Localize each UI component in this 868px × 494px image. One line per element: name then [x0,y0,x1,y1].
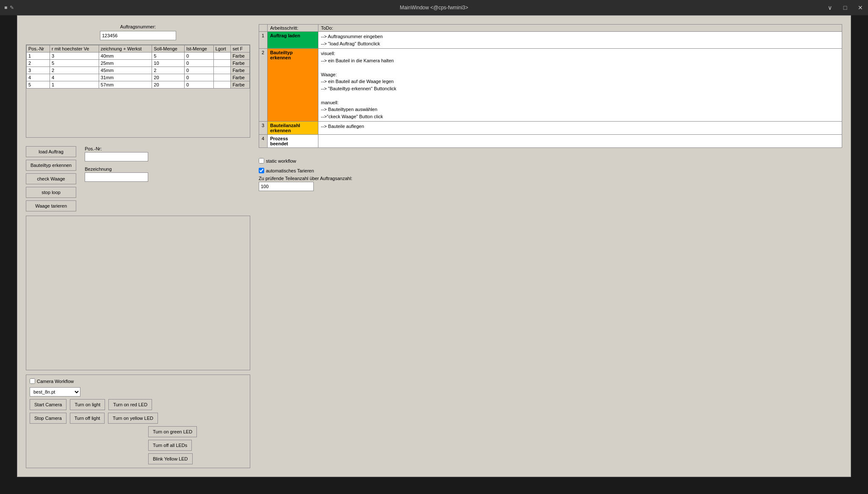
table-cell: Farbe [231,81,250,89]
order-input[interactable] [100,31,176,40]
title-bar: ■ ✎ MainWindow <@cps-fwmini3> ∨ □ ✕ [0,0,868,15]
turn-on-yellow-led-button[interactable]: Turn on yellow LED [108,413,158,424]
table-cell: 2 [50,67,99,74]
app-icon2: ✎ [10,5,14,11]
auto-tarieren-row: automatisches Tarieren [259,168,842,173]
table-cell: 0 [184,53,213,60]
turn-off-light-button[interactable]: Turn off light [70,413,105,424]
table-cell: 1 [50,81,99,89]
camera-workflow-checkbox[interactable] [30,378,35,384]
table-row: 3245mm20Farbe [27,67,250,74]
turn-off-all-leds-button[interactable]: Turn off all LEDs [148,440,192,451]
camera-header: Camera Workflow [30,378,246,384]
left-panel: Auftragsnummer: Pos.-Nr r mit hoechster … [26,24,250,468]
step-num-1: 1 [259,32,268,49]
model-dropdown[interactable]: best_8n.pt best_16n.pt best_32n.pt [30,387,80,397]
auto-tarieren-checkbox[interactable] [259,168,264,173]
parts-count-input[interactable] [259,182,314,191]
camera-controls: best_8n.pt best_16n.pt best_32n.pt Start… [30,387,246,464]
step-num-3: 3 [259,122,268,135]
step-label-3: Bauteilanzahlerkennen [268,122,318,135]
col-pos-nr: Pos.-Nr [27,45,50,53]
step-num-4: 4 [259,135,268,148]
bezeichnung-row: Bezeichnung [85,167,148,182]
step-todo-1: --> Auftragsnummer eingeben --> "load Au… [318,32,842,49]
content-area: Auftragsnummer: Pos.-Nr r mit hoechster … [26,24,842,468]
step-label-2: Bauteiltyperkennen [268,49,318,122]
start-camera-button[interactable]: Start Camera [30,399,66,410]
turn-on-green-led-button[interactable]: Turn on green LED [148,426,197,437]
stop-camera-button[interactable]: Stop Camera [30,413,66,424]
table-cell: 4 [27,74,50,81]
parts-count-section: Zu prüfende Teileanzahl über Auftragsanz… [259,176,842,191]
table-cell: Farbe [231,53,250,60]
title-bar-controls: ∨ □ ✕ [822,0,868,15]
table-cell: 2 [152,67,185,74]
parts-count-label: Zu prüfende Teileanzahl über Auftragsanz… [259,176,842,181]
bezeichnung-field[interactable] [85,172,148,182]
table-cell: Farbe [231,74,250,81]
table-row: 5157mm200Farbe [27,81,250,89]
wf-col-step [259,25,268,32]
wf-col-arbeitsschritt: Arbeitsschritt: [268,25,318,32]
workflow-table: Arbeitsschritt: ToDo: 1 Auftrag laden --… [259,24,842,148]
controls-section: static workflow automatisches Tarieren Z… [259,156,842,191]
check-waage-button[interactable]: check Waage [26,173,76,184]
col-soll: Soll-Menge [152,45,185,53]
action-buttons: load Auftrag Bauteiltyp erkennen check W… [26,142,76,211]
turn-on-red-led-button[interactable]: Turn on red LED [108,399,152,410]
order-label: Auftragsnummer: [120,24,156,29]
step-label-1: Auftrag laden [268,32,318,49]
restore-button[interactable]: □ [838,0,853,15]
window-title: MainWindow <@cps-fwmini3> [400,5,468,11]
table-cell [213,60,230,67]
stop-loop-button[interactable]: stop loop [26,187,76,198]
table-cell: 57mm [99,81,152,89]
mid-section: load Auftrag Bauteiltyp erkennen check W… [26,142,250,211]
table-cell: 3 [27,67,50,74]
image-preview [26,216,250,370]
load-auftrag-button[interactable]: load Auftrag [26,146,76,157]
table-cell: 10 [152,60,185,67]
blink-yellow-led-button[interactable]: Blink Yellow LED [148,453,193,464]
table-cell: 0 [184,67,213,74]
workflow-section: Arbeitsschritt: ToDo: 1 Auftrag laden --… [259,24,842,148]
table-cell: 45mm [99,67,152,74]
table-cell: 5 [50,60,99,67]
bauteiltyp-button[interactable]: Bauteiltyp erkennen [26,160,76,171]
minimize-button[interactable]: ∨ [822,0,838,15]
workflow-row-4: 4 Prozessbeendet [259,135,842,148]
table-cell: 1 [27,53,50,60]
app-icon: ■ [4,5,7,11]
workflow-row-2: 2 Bauteiltyperkennen visuell: --> ein Ba… [259,49,842,122]
table-cell [213,81,230,89]
camera-section: Camera Workflow best_8n.pt best_16n.pt b… [26,375,250,468]
table-cell: 3 [50,53,99,60]
main-window: Auftragsnummer: Pos.-Nr r mit hoechster … [17,15,851,477]
pos-nr-row: Pos.-Nr: [85,146,148,161]
table-cell: 40mm [99,53,152,60]
static-workflow-checkbox[interactable] [259,158,264,164]
table-cell: 20 [152,74,185,81]
step-todo-4 [318,135,842,148]
order-section: Auftragsnummer: [26,24,250,40]
camera-btn-row4: Turn off all LEDs [30,440,246,451]
wf-col-todo: ToDo: [318,25,842,32]
table-row: 1340mm50Farbe [27,53,250,60]
turn-on-light-button[interactable]: Turn on light [70,399,105,410]
waage-tarieren-button[interactable]: Waage tarieren [26,200,76,211]
static-workflow-label: static workflow [266,158,296,164]
right-panel: Arbeitsschritt: ToDo: 1 Auftrag laden --… [259,24,842,468]
table-cell: Farbe [231,60,250,67]
camera-btn-row: Start Camera Turn on light Turn on red L… [30,399,246,410]
pos-nr-field[interactable] [85,152,148,161]
camera-btn-row5: Blink Yellow LED [30,453,246,464]
step-todo-3: --> Bauteile auflegen [318,122,842,135]
parts-table: Pos.-Nr r mit hoechster Ve zeichnung + W… [26,45,250,89]
table-cell [213,74,230,81]
pos-form: Pos.-Nr: Bezeichnung [85,142,148,211]
col-set: set F [231,45,250,53]
step-num-2: 2 [259,49,268,122]
table-row: 2525mm100Farbe [27,60,250,67]
close-button[interactable]: ✕ [853,0,868,15]
